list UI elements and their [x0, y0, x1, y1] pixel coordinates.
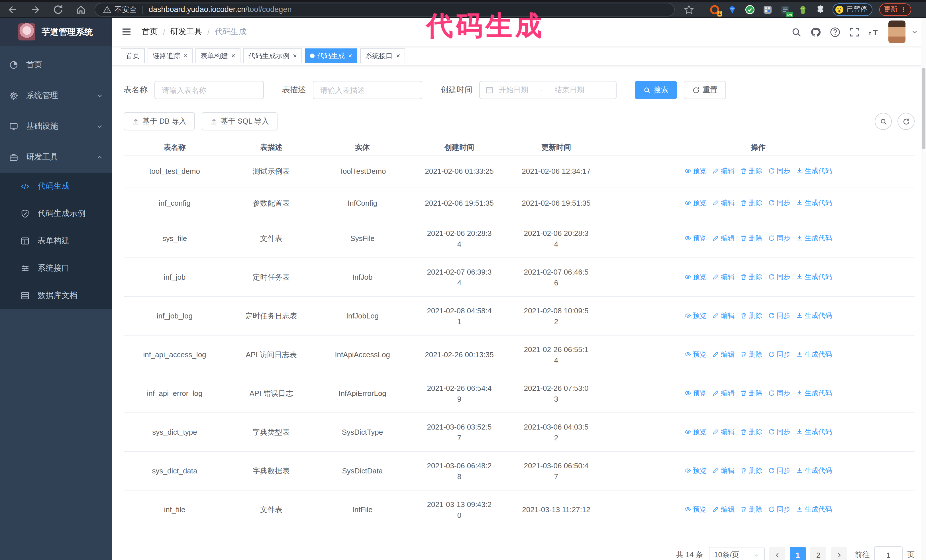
action-edit[interactable]: 编辑: [712, 427, 735, 437]
action-delete[interactable]: 删除: [740, 505, 763, 515]
profile-paused-badge[interactable]: 已暂停: [832, 3, 872, 16]
back-icon[interactable]: [7, 4, 18, 15]
action-delete[interactable]: 删除: [740, 311, 763, 321]
action-delete[interactable]: 删除: [740, 198, 763, 208]
extension-icon-grid[interactable]: [763, 4, 773, 15]
action-edit[interactable]: 编辑: [712, 311, 735, 321]
action-eye[interactable]: 预览: [684, 388, 707, 398]
action-delete[interactable]: 删除: [740, 234, 763, 243]
sidebar-subitem-3[interactable]: 表单构建: [0, 227, 112, 255]
scrollbar-thumb[interactable]: [922, 68, 925, 149]
extension-icon-gem[interactable]: [727, 4, 737, 15]
action-download[interactable]: 生成代码: [796, 311, 832, 321]
breadcrumb-item-1[interactable]: 首页: [142, 27, 158, 37]
action-refresh[interactable]: 同步: [768, 272, 790, 282]
page-size-select[interactable]: 10条/页: [709, 547, 765, 560]
action-refresh[interactable]: 同步: [768, 311, 790, 321]
browser-menu-dots-icon[interactable]: ⋮: [900, 6, 906, 12]
close-tag-icon[interactable]: ×: [348, 53, 352, 59]
action-edit[interactable]: 编辑: [712, 466, 735, 476]
date-range-picker[interactable]: 开始日期 - 结束日期: [479, 81, 617, 99]
prev-page-button[interactable]: [769, 547, 785, 560]
start-date-placeholder[interactable]: 开始日期: [499, 85, 528, 95]
sidebar-subitem-2[interactable]: 代码生成示例: [0, 200, 112, 227]
action-delete[interactable]: 删除: [740, 388, 763, 398]
question-icon[interactable]: [830, 27, 841, 37]
tab-tag-5[interactable]: 代码生成 ×: [305, 48, 357, 63]
action-delete[interactable]: 删除: [740, 166, 763, 176]
close-tag-icon[interactable]: ×: [232, 53, 235, 59]
extensions-puzzle-icon[interactable]: [816, 4, 826, 15]
action-edit[interactable]: 编辑: [712, 388, 735, 398]
import-sql-button[interactable]: 基于 SQL 导入: [202, 112, 278, 130]
sidebar-item-3[interactable]: 基础设施: [0, 111, 112, 142]
search-button[interactable]: 搜索: [635, 81, 677, 99]
sidebar-item-4[interactable]: 研发工具: [0, 142, 112, 173]
close-tag-icon[interactable]: ×: [396, 53, 400, 59]
action-edit[interactable]: 编辑: [712, 272, 735, 282]
action-download[interactable]: 生成代码: [796, 272, 832, 282]
sidebar-subitem-5[interactable]: 数据库文档: [0, 282, 112, 309]
close-tag-icon[interactable]: ×: [183, 53, 188, 59]
tab-tag-6[interactable]: 系统接口 ×: [360, 48, 405, 63]
action-download[interactable]: 生成代码: [796, 427, 832, 437]
table-desc-input[interactable]: [313, 81, 422, 99]
not-secure-warning-icon[interactable]: [103, 5, 111, 14]
action-eye[interactable]: 预览: [684, 350, 707, 359]
action-download[interactable]: 生成代码: [796, 388, 832, 398]
fontsize-icon[interactable]: tT: [869, 27, 879, 37]
action-delete[interactable]: 删除: [740, 466, 763, 476]
action-download[interactable]: 生成代码: [796, 234, 832, 243]
end-date-placeholder[interactable]: 结束日期: [555, 85, 584, 95]
action-edit[interactable]: 编辑: [712, 505, 735, 515]
refresh-table-button[interactable]: [897, 113, 915, 130]
action-eye[interactable]: 预览: [684, 505, 707, 515]
fullscreen-icon[interactable]: [849, 27, 860, 37]
sidebar-subitem-1[interactable]: 代码生成: [0, 173, 112, 200]
reset-button[interactable]: 重置: [684, 81, 726, 99]
action-edit[interactable]: 编辑: [712, 234, 735, 243]
extension-icon-dark[interactable]: on: [780, 4, 790, 15]
action-edit[interactable]: 编辑: [712, 350, 735, 359]
browser-update-button[interactable]: 更新 ⋮: [879, 3, 911, 16]
bookmark-star-icon[interactable]: [684, 4, 694, 15]
action-delete[interactable]: 删除: [740, 350, 763, 359]
action-refresh[interactable]: 同步: [768, 166, 790, 176]
action-eye[interactable]: 预览: [684, 466, 707, 476]
action-refresh[interactable]: 同步: [768, 427, 790, 437]
reload-icon[interactable]: [53, 4, 64, 15]
jump-page-input[interactable]: [874, 546, 903, 560]
action-download[interactable]: 生成代码: [796, 166, 832, 176]
action-download[interactable]: 生成代码: [796, 466, 832, 476]
user-menu-caret-icon[interactable]: [911, 29, 918, 35]
action-eye[interactable]: 预览: [684, 427, 707, 437]
action-eye[interactable]: 预览: [684, 311, 707, 321]
action-refresh[interactable]: 同步: [768, 505, 790, 515]
action-refresh[interactable]: 同步: [768, 388, 790, 398]
action-refresh[interactable]: 同步: [768, 198, 790, 208]
sidebar-item-2[interactable]: 系统管理: [0, 80, 112, 111]
next-page-button[interactable]: [831, 547, 847, 560]
extension-icon-orange[interactable]: 1: [710, 4, 720, 15]
user-avatar[interactable]: [888, 21, 905, 43]
address-bar[interactable]: 不安全 dashboard.yudao.iocoder.cn/tool/code…: [95, 3, 675, 16]
breadcrumb-item-2[interactable]: 研发工具: [170, 27, 202, 37]
forward-icon[interactable]: [30, 4, 41, 15]
import-db-button[interactable]: 基于 DB 导入: [124, 112, 195, 130]
toggle-search-button[interactable]: [875, 113, 892, 130]
action-download[interactable]: 生成代码: [796, 350, 832, 359]
app-logo[interactable]: 芋道管理系统: [0, 18, 112, 46]
action-download[interactable]: 生成代码: [796, 505, 832, 515]
home-icon[interactable]: [75, 4, 86, 15]
sidebar-item-1[interactable]: 首页: [0, 50, 112, 80]
tab-tag-4[interactable]: 代码生成示例 ×: [243, 48, 302, 63]
action-delete[interactable]: 删除: [740, 427, 763, 437]
extension-icon-check[interactable]: [745, 4, 755, 15]
action-eye[interactable]: 预览: [684, 198, 707, 208]
tab-tag-2[interactable]: 链路追踪 ×: [148, 48, 193, 63]
action-refresh[interactable]: 同步: [768, 466, 790, 476]
search-icon[interactable]: [791, 27, 802, 37]
action-edit[interactable]: 编辑: [712, 198, 735, 208]
sidebar-subitem-4[interactable]: 系统接口: [0, 255, 112, 282]
tab-tag-3[interactable]: 表单构建 ×: [195, 48, 241, 63]
